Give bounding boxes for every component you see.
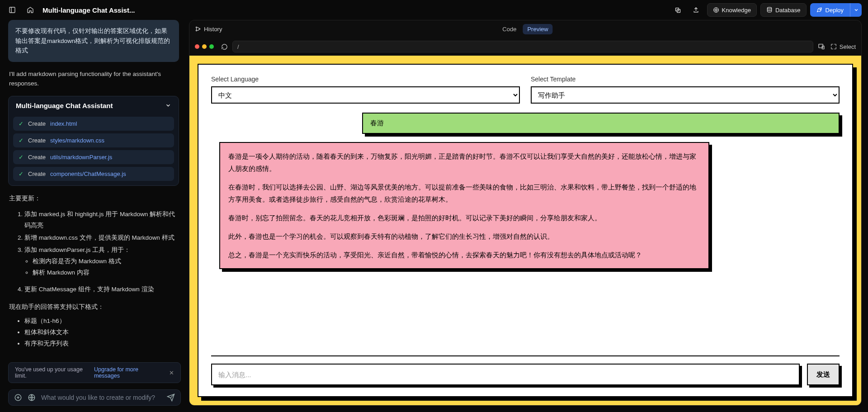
- chat-user-message: 春游: [362, 113, 840, 134]
- chat-scroll[interactable]: 不要修改现有代码，仅针对输出的答案区域优化，如果输出答案是markdown格式，…: [8, 20, 181, 356]
- database-button[interactable]: Database: [760, 3, 807, 17]
- frame-topbar: History Code Preview: [189, 20, 861, 38]
- send-button[interactable]: 发送: [807, 364, 840, 385]
- chevron-down-icon: [165, 102, 171, 109]
- select-label: Select: [840, 43, 856, 50]
- globe-icon[interactable]: [28, 393, 36, 402]
- deploy-button[interactable]: Deploy: [810, 3, 850, 17]
- tool-item[interactable]: ✓ Create index.html: [13, 117, 174, 131]
- list-item: 添加 markdownParser.js 工具，用于： 检测内容是否为 Mark…: [24, 245, 178, 279]
- view-tabs: Code Preview: [498, 24, 552, 34]
- app-card: Select Language 中文 Select Template 写作助手: [198, 64, 853, 397]
- template-select[interactable]: 写作助手: [531, 86, 840, 104]
- tool-panel: Multi-language Chat Assistant ✓ Create i…: [8, 96, 179, 186]
- dot-yellow-icon: [202, 44, 207, 49]
- tool-file: styles/markdown.css: [50, 137, 104, 144]
- database-label: Database: [775, 7, 801, 14]
- home-icon[interactable]: [24, 4, 36, 16]
- updates-list-cont: 更新 ChatMessage 组件，支持 Markdown 渲染: [9, 284, 178, 295]
- language-label: Select Language: [211, 76, 520, 83]
- chat-input[interactable]: [211, 364, 800, 385]
- tool-file: components/ChatMessage.js: [50, 170, 126, 177]
- assistant-para: 总之，春游是一个充实而快乐的活动，享受阳光、亲近自然，带着愉悦的心情，去探索春天…: [228, 249, 700, 261]
- tool-items: ✓ Create index.html ✓ Create styles/mark…: [9, 115, 179, 185]
- template-selector: Select Template 写作助手: [531, 76, 840, 104]
- svg-point-13: [196, 30, 197, 31]
- assistant-intro: I'll add markdown parsing functionality …: [8, 69, 179, 89]
- list-item: 粗体和斜体文本: [24, 327, 178, 338]
- close-icon[interactable]: ✕: [166, 369, 177, 376]
- deploy-group: Deploy: [810, 3, 862, 17]
- tool-file: index.html: [50, 120, 77, 127]
- messages-area: 春游 春游是一项令人期待的活动，随着春天的到来，万物复苏，阳光明媚，正是踏青的好…: [211, 113, 840, 346]
- check-icon: ✓: [19, 170, 24, 177]
- svg-rect-0: [9, 7, 15, 13]
- knowledge-button[interactable]: Knowledge: [707, 3, 757, 17]
- updates-list: 添加 marked.js 和 highlight.js 用于 Markdown …: [9, 209, 178, 279]
- copy-icon[interactable]: [671, 3, 685, 17]
- list-item: 标题（h1-h6）: [24, 316, 178, 327]
- dot-green-icon: [209, 44, 214, 49]
- selectors-row: Select Language 中文 Select Template 写作助手: [211, 76, 840, 104]
- language-selector: Select Language 中文: [211, 76, 520, 104]
- updates-heading: 主要更新：: [9, 193, 178, 204]
- app-viewport[interactable]: Select Language 中文 Select Template 写作助手: [189, 56, 861, 405]
- header-left: Multi-language Chat Assist...: [6, 4, 135, 16]
- preview-frame: History Code Preview: [189, 20, 862, 406]
- url-input[interactable]: [232, 41, 813, 52]
- tool-item[interactable]: ✓ Create utils/markdownParser.js: [13, 150, 174, 164]
- list-item: 添加 marked.js 和 highlight.js 用于 Markdown …: [24, 209, 178, 232]
- usage-banner: You've used up your usage limit. Upgrade…: [8, 362, 181, 383]
- send-icon[interactable]: [167, 393, 175, 402]
- svg-point-6: [767, 7, 771, 9]
- check-icon: ✓: [19, 154, 24, 161]
- sidebar-toggle-icon[interactable]: [6, 4, 18, 16]
- main-layout: 不要修改现有代码，仅针对输出的答案区域优化，如果输出答案是markdown格式，…: [0, 20, 868, 412]
- list-item: 新增 markdown.css 文件，提供美观的 Markdown 样式: [24, 232, 178, 244]
- svg-point-12: [196, 27, 197, 28]
- assistant-para: 此外，春游也是一个学习的机会。可以观察到春天特有的动植物，了解它们的生长习性，增…: [228, 230, 700, 242]
- chrome-right: Select: [818, 43, 856, 50]
- responsive-icon[interactable]: [818, 43, 825, 50]
- language-select[interactable]: 中文: [211, 86, 520, 104]
- usage-text: You've used up your usage limit.: [15, 366, 94, 379]
- updates-sublist: 检测内容是否为 Markdown 格式 解析 Markdown 内容: [24, 256, 178, 279]
- select-button[interactable]: Select: [830, 43, 856, 50]
- deploy-chevron-icon[interactable]: [850, 3, 862, 17]
- app-header: Multi-language Chat Assist... Knowledge …: [0, 0, 868, 20]
- assistant-para: 在春游时，我们可以选择去公园、山野、湖边等风景优美的地方。可以提前准备一些美味的…: [228, 181, 700, 205]
- share-icon[interactable]: [689, 3, 703, 17]
- tab-preview[interactable]: Preview: [523, 24, 552, 34]
- tool-item[interactable]: ✓ Create components/ChatMessage.js: [13, 167, 174, 181]
- divider: [211, 355, 840, 356]
- header-right: Knowledge Database Deploy: [671, 3, 862, 17]
- tool-action: Create: [28, 154, 46, 161]
- upgrade-link[interactable]: Upgrade for more messages: [94, 366, 164, 379]
- user-message: 不要修改现有代码，仅针对输出的答案区域优化，如果输出答案是markdown格式，…: [8, 20, 179, 62]
- page-title: Multi-language Chat Assist...: [42, 6, 135, 14]
- preview-pane: History Code Preview: [189, 20, 868, 412]
- assistant-para: 春游时，别忘了拍照留念。春天的花儿竞相开放，色彩斑斓，是拍照的好时机。可以记录下…: [228, 212, 700, 224]
- dot-red-icon: [195, 44, 199, 49]
- template-label: Select Template: [531, 76, 840, 83]
- history-button[interactable]: History: [195, 26, 222, 33]
- chat-assistant-message: 春游是一项令人期待的活动，随着春天的到来，万物复苏，阳光明媚，正是踏青的好时节。…: [219, 142, 709, 269]
- now-supports: 现在助手的回答将支持以下格式：: [9, 302, 178, 313]
- chat-input-row: 发送: [211, 364, 840, 385]
- tool-item[interactable]: ✓ Create styles/markdown.css: [13, 133, 174, 147]
- tool-panel-header[interactable]: Multi-language Chat Assistant: [9, 96, 179, 115]
- plus-circle-icon[interactable]: [14, 393, 22, 402]
- prompt-input[interactable]: [41, 394, 161, 401]
- tool-panel-title: Multi-language Chat Assistant: [16, 102, 113, 109]
- browser-chrome: Select: [189, 38, 861, 56]
- tool-action: Create: [28, 137, 46, 144]
- check-icon: ✓: [19, 137, 24, 144]
- reload-icon[interactable]: [221, 43, 228, 50]
- tool-action: Create: [28, 120, 46, 127]
- tool-file: utils/markdownParser.js: [50, 154, 112, 161]
- knowledge-label: Knowledge: [722, 7, 751, 14]
- formats-list: 标题（h1-h6） 粗体和斜体文本 有序和无序列表: [9, 316, 178, 350]
- list-item: 有序和无序列表: [24, 338, 178, 350]
- tab-code[interactable]: Code: [498, 24, 521, 34]
- prompt-bar: [8, 389, 181, 406]
